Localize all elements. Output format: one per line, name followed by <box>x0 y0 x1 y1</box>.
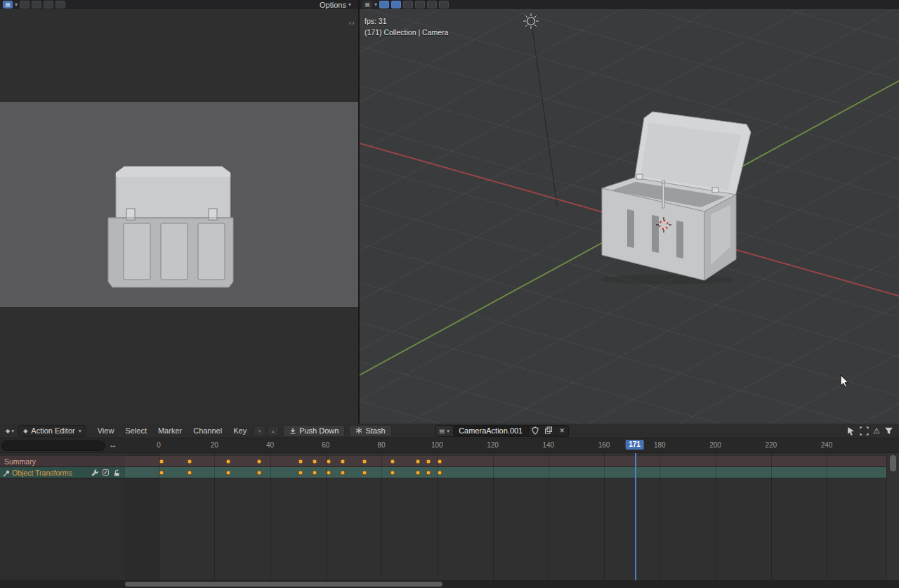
channel-search-input[interactable] <box>1 440 105 451</box>
keyframe[interactable] <box>340 471 345 476</box>
channel-option-icons: ✓ <box>91 467 121 478</box>
push-down-button[interactable]: Push Down <box>283 425 345 437</box>
action-name-text: CameraAction.001 <box>459 426 523 435</box>
keyframe[interactable] <box>426 459 431 464</box>
timeline-ruler[interactable]: 020406080100120140160180200220240 ↔ 171 <box>0 438 899 453</box>
fake-user-button[interactable] <box>528 426 542 436</box>
keyframe[interactable] <box>415 471 420 476</box>
current-frame-badge[interactable]: 171 <box>625 440 644 450</box>
keyframe[interactable] <box>256 459 261 464</box>
menu-key[interactable]: Key <box>228 425 252 436</box>
keyframe[interactable] <box>390 459 395 464</box>
summary-keys-strip[interactable] <box>125 456 886 466</box>
snap-icon[interactable] <box>403 1 413 8</box>
vertical-scrollbar-handle[interactable] <box>890 455 896 471</box>
frame-gridline <box>716 453 716 580</box>
keyframe[interactable] <box>159 471 164 476</box>
editor-type-dropdown[interactable]: ◆ ▾ <box>4 426 16 436</box>
editor-type-icon[interactable]: ▤ <box>3 1 13 8</box>
mode-dropdown[interactable]: ◆ Action Editor ▾ <box>18 425 86 437</box>
layer-up-button[interactable]: ▴ <box>267 426 279 436</box>
keyframe[interactable] <box>415 459 420 464</box>
gizmos-icon[interactable] <box>427 1 437 8</box>
swap-arrows-icon[interactable]: ↔ <box>109 440 117 450</box>
chest-model-front-view[interactable] <box>102 158 242 292</box>
shading-icon[interactable] <box>55 1 65 8</box>
channel-row-summary[interactable]: Summary <box>0 456 886 467</box>
filter-funnel-icon[interactable] <box>884 426 893 436</box>
viewport-header: ▤ ▾ Options ▾ <box>0 0 358 9</box>
shading-icon[interactable] <box>439 1 449 8</box>
snap-icon[interactable] <box>20 1 29 8</box>
wrench-icon[interactable] <box>91 469 99 477</box>
keyframe[interactable] <box>438 471 442 476</box>
frame-gridline <box>549 453 549 580</box>
ruler-tick-80: 80 <box>377 441 385 449</box>
menu-view[interactable]: View <box>92 425 120 436</box>
frame-gridline <box>493 453 494 580</box>
layer-down-button[interactable]: ▾ <box>254 426 265 436</box>
menu-select[interactable]: Select <box>119 425 152 436</box>
keyframe[interactable] <box>340 459 345 464</box>
options-label: Options <box>320 1 346 9</box>
splitter-handle-icon[interactable]: ‹› <box>349 19 355 27</box>
action-editor-icon: ◆ <box>23 428 27 434</box>
options-dropdown[interactable]: Options ▾ <box>320 0 351 9</box>
frame-gridline <box>660 453 660 580</box>
summary-channel-label[interactable]: Summary <box>0 456 125 466</box>
menu-channel[interactable]: Channel <box>188 425 228 436</box>
overlays-icon[interactable] <box>415 1 425 8</box>
pin-icon[interactable] <box>2 469 11 478</box>
transform-gizmo-icon[interactable] <box>391 1 401 8</box>
browse-action-button[interactable]: ▤ ▾ <box>436 426 454 436</box>
channel-enable-checkbox[interactable]: ✓ <box>103 469 109 476</box>
frame-gridline <box>604 453 605 580</box>
keyframe[interactable] <box>159 459 164 464</box>
keyframe[interactable] <box>187 471 192 476</box>
camera-viewport[interactable]: ▤ ▾ Options ▾ <box>0 0 358 424</box>
horizontal-scrollbar-handle[interactable] <box>125 582 442 587</box>
light-gizmo-icon[interactable] <box>521 11 541 31</box>
stash-button[interactable]: Stash <box>349 425 391 437</box>
stash-label: Stash <box>365 426 385 435</box>
keyframe[interactable] <box>426 471 431 476</box>
chevron-down-icon: ▾ <box>79 426 81 436</box>
keyframe[interactable] <box>256 471 261 476</box>
keyframe[interactable] <box>312 459 317 464</box>
horizontal-scrollbar-track[interactable] <box>0 580 899 588</box>
keyframe[interactable] <box>298 459 303 464</box>
frame-gridline <box>827 453 827 580</box>
keyframe[interactable] <box>326 471 331 476</box>
3d-viewport[interactable]: fps: 31 (171) Collection | Camera ▤ ▾ <box>360 0 899 424</box>
transforms-channel-label[interactable]: Object Transforms ✓ <box>0 467 125 478</box>
overlays-icon[interactable] <box>44 1 53 8</box>
keyframe[interactable] <box>312 471 317 476</box>
keyframe[interactable] <box>226 459 231 464</box>
only-selected-cursor-icon[interactable] <box>846 426 855 436</box>
keyframe[interactable] <box>298 471 303 476</box>
unlink-action-button[interactable]: × <box>555 426 568 436</box>
keyframe[interactable] <box>390 471 395 476</box>
ruler-tick-40: 40 <box>266 441 274 449</box>
dope-sheet-body[interactable]: Summary Object Transforms ✓ <box>0 453 899 580</box>
menu-marker[interactable]: Marker <box>152 425 188 436</box>
warning-icon[interactable]: ⚠ <box>873 426 880 436</box>
action-name-field[interactable]: CameraAction.001 <box>453 426 528 436</box>
new-action-button[interactable] <box>542 426 555 436</box>
editor-type-icon[interactable]: ▤ <box>362 1 372 8</box>
chest-model-open[interactable] <box>590 104 759 288</box>
keyframe[interactable] <box>438 459 442 464</box>
keyframe[interactable] <box>326 459 331 464</box>
vertical-scrollbar-track[interactable] <box>886 453 899 580</box>
normalize-frame-icon[interactable] <box>860 426 869 436</box>
transforms-keys-strip[interactable] <box>125 467 886 478</box>
keyframe[interactable] <box>362 471 367 476</box>
keyframe[interactable] <box>187 459 192 464</box>
channel-row-object-transforms[interactable]: Object Transforms ✓ <box>0 467 886 478</box>
keyframe[interactable] <box>362 459 367 464</box>
proportional-edit-icon[interactable] <box>32 1 41 8</box>
keyframe[interactable] <box>226 471 231 476</box>
lock-open-icon[interactable] <box>112 469 121 477</box>
select-mode-icon[interactable] <box>379 1 389 8</box>
playhead-line[interactable] <box>635 453 636 580</box>
